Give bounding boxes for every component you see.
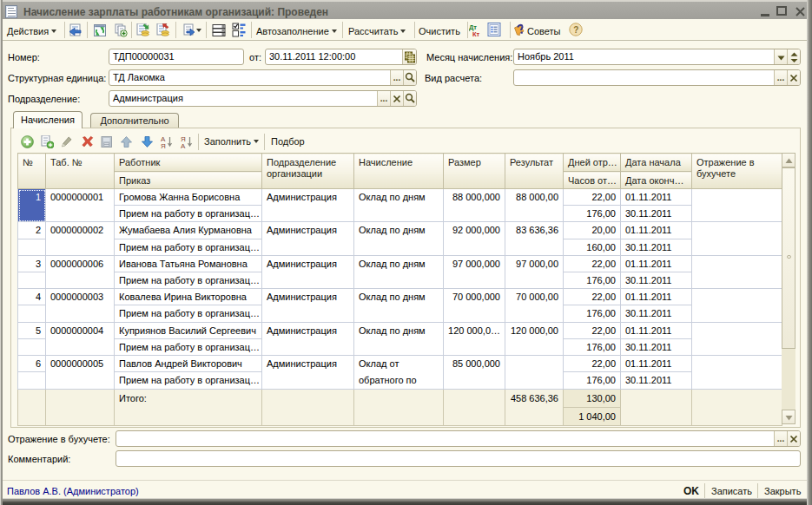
svg-text:?: ? (573, 25, 578, 35)
svg-text:Кт: Кт (472, 30, 480, 37)
svg-text:А: А (181, 142, 186, 150)
svg-text:Я: Я (161, 142, 166, 150)
